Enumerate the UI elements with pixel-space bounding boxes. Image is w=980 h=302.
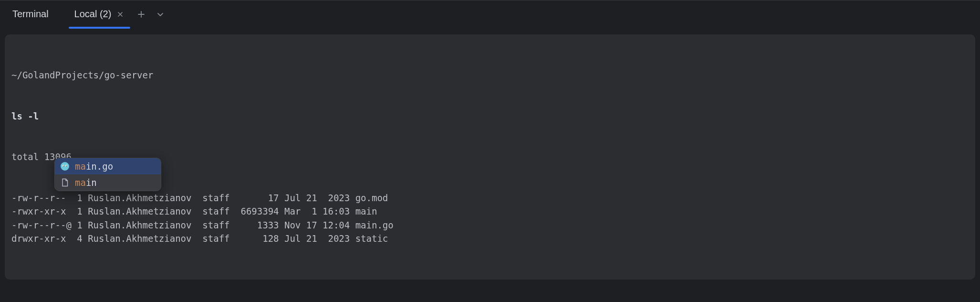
ls-row: -rw-r--r-- 1 Ruslan.Akhmetzianov staff 1… [11, 191, 969, 205]
svg-point-3 [63, 166, 64, 167]
go-file-icon [60, 161, 70, 172]
terminal-prompt-block[interactable]: ~/GolandProjects/go-server go build main… [5, 280, 975, 302]
ls-listing: -rw-r--r-- 1 Ruslan.Akhmetzianov staff 1… [11, 191, 969, 246]
completion-item-main[interactable]: main [55, 174, 161, 191]
svg-point-4 [66, 166, 67, 167]
output-command: ls -l [11, 109, 969, 123]
completion-text: main [75, 177, 97, 188]
ls-row: drwxr-xr-x 4 Ruslan.Akhmetzianov staff 1… [11, 232, 969, 246]
generic-file-icon [60, 177, 70, 188]
close-icon[interactable] [116, 9, 125, 20]
new-tab-button[interactable] [133, 6, 149, 22]
terminal-tool-title[interactable]: Terminal [7, 6, 54, 22]
ls-row: -rw-r--r--@ 1 Ruslan.Akhmetzianov staff … [11, 218, 969, 232]
tab-label: Local (2) [74, 9, 112, 20]
terminal-tabbar: Terminal Local (2) [0, 0, 980, 28]
completion-popup: main.go main [54, 158, 161, 191]
terminal-output-block[interactable]: ~/GolandProjects/go-server ls -l total 1… [5, 34, 975, 280]
completion-item-main-go[interactable]: main.go [55, 158, 161, 174]
completion-text: main.go [75, 161, 113, 172]
tab-local-2[interactable]: Local (2) [69, 3, 131, 26]
tabs-dropdown-button[interactable] [152, 6, 168, 22]
svg-point-0 [61, 162, 69, 171]
ls-row: -rwxr-xr-x 1 Ruslan.Akhmetzianov staff 6… [11, 205, 969, 218]
output-cwd: ~/GolandProjects/go-server [11, 68, 969, 82]
